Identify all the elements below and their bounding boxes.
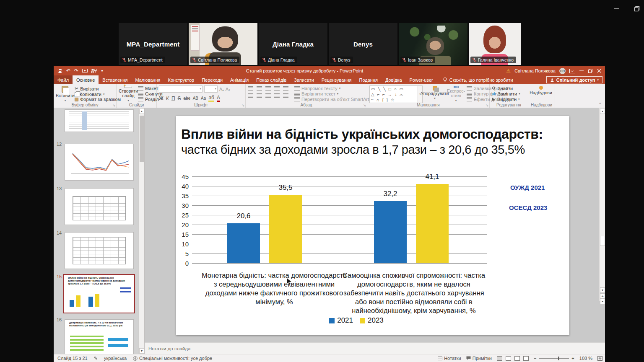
notes-panel[interactable]: Нотатки до слайда bbox=[145, 342, 605, 354]
previous-slide-icon[interactable]: ⏶ bbox=[600, 293, 605, 299]
font-size-combo[interactable] bbox=[204, 85, 218, 93]
slide-sorter-view-icon[interactable] bbox=[506, 356, 511, 361]
strikethrough-icon[interactable]: S bbox=[178, 96, 181, 101]
align-right-icon[interactable] bbox=[265, 93, 271, 98]
ribbon-tab[interactable]: Конструктор bbox=[164, 75, 198, 84]
ribbon-tab[interactable]: Довідка bbox=[382, 75, 406, 84]
participant-tile[interactable]: Галина Іванченко bbox=[469, 23, 521, 65]
slide-15-thumbnail-selected[interactable]: Вплив війни на бідність українських домо… bbox=[64, 275, 134, 313]
ribbon-tab[interactable]: Файл bbox=[54, 75, 73, 84]
signed-in-user[interactable]: Світлана Полякова bbox=[514, 68, 556, 73]
zoom-slider-thumb[interactable] bbox=[558, 357, 559, 360]
zoom-level[interactable]: 108 % bbox=[579, 356, 592, 361]
participant-tile[interactable]: MPA_DepartmentMPA_Department bbox=[119, 23, 187, 65]
italic-icon[interactable]: К bbox=[166, 96, 169, 101]
comments-toggle-button[interactable]: Примітки bbox=[466, 356, 492, 361]
scroll-up-icon[interactable]: ▲ bbox=[139, 109, 144, 114]
align-text-button[interactable]: Вирівняти текст▾ bbox=[294, 91, 369, 96]
line-spacing-icon[interactable] bbox=[283, 86, 288, 90]
slide-12-thumbnail[interactable] bbox=[65, 144, 133, 180]
redo-icon[interactable]: ↷ bbox=[74, 68, 78, 74]
language-indicator[interactable]: українська bbox=[104, 356, 127, 361]
slideshow-view-icon[interactable] bbox=[523, 356, 529, 361]
addins-button[interactable]: Надбудови bbox=[530, 85, 551, 102]
slide-16-thumbnail[interactable]: Депривації: наявність 7 з 13-ти визначен… bbox=[65, 320, 133, 354]
scroll-down-icon[interactable]: ▼ bbox=[600, 287, 605, 293]
shapes-gallery[interactable]: ▭ ╲ ╲ □ ○ ▭ △ ⌐ ⌐ → ↓ ⌓ ~ ∩ { } ☆ bbox=[369, 85, 418, 103]
accessibility-status[interactable]: Спеціальні можливості: усе добре bbox=[133, 356, 212, 361]
format-painter-button[interactable]: Формат за зразком bbox=[75, 97, 121, 102]
ribbon-tab[interactable]: Показ слайдів bbox=[252, 75, 290, 84]
customize-qat-icon[interactable]: ▾ bbox=[101, 69, 103, 73]
align-center-icon[interactable] bbox=[257, 93, 262, 98]
decrease-indent-icon[interactable] bbox=[265, 86, 271, 90]
underline-icon[interactable]: П bbox=[171, 96, 175, 101]
bullets-icon[interactable] bbox=[248, 86, 253, 90]
bold-icon[interactable]: Ж bbox=[159, 96, 164, 101]
normal-view-icon[interactable] bbox=[497, 356, 502, 361]
increase-indent-icon[interactable] bbox=[274, 86, 280, 90]
grow-font-icon[interactable]: А▴ bbox=[219, 87, 224, 92]
minimize-window-icon[interactable] bbox=[613, 5, 621, 13]
abc-strikethrough-icon[interactable]: abc bbox=[184, 96, 190, 101]
drawing-dialog-launcher[interactable]: ↘ bbox=[486, 103, 488, 107]
collapse-ribbon-icon[interactable]: ⌃ bbox=[598, 102, 602, 106]
select-button[interactable]: Виділити▾ bbox=[492, 97, 520, 102]
scroll-up-icon[interactable]: ▲ bbox=[600, 109, 605, 114]
smartart-button[interactable]: Перетворити на об'єкт SmartArt bbox=[294, 97, 369, 102]
minimize-app-icon[interactable] bbox=[579, 68, 584, 73]
scroll-down-icon[interactable]: ▼ bbox=[139, 348, 144, 354]
fit-slide-icon[interactable] bbox=[597, 356, 602, 361]
slide-14-thumbnail[interactable] bbox=[65, 233, 133, 269]
ribbon-tab[interactable]: Рецензування bbox=[318, 75, 356, 84]
restore-app-icon[interactable] bbox=[588, 68, 593, 73]
slide-scrollbar[interactable]: ▲ ▼ ⏶ ⏷ bbox=[599, 108, 605, 301]
new-slide-button[interactable]: Створити слайд▾ bbox=[119, 85, 138, 102]
save-icon[interactable] bbox=[57, 68, 62, 73]
slide-13-thumbnail[interactable] bbox=[65, 189, 133, 225]
text-highlight-icon[interactable]: аб bbox=[208, 95, 214, 102]
clipboard-dialog-launcher[interactable]: ↘ bbox=[112, 103, 115, 107]
reading-view-icon[interactable] bbox=[514, 356, 520, 361]
spellcheck-icon[interactable]: ✎ bbox=[94, 356, 98, 361]
undo-icon[interactable]: ↶ bbox=[66, 68, 70, 74]
arrange-button[interactable]: Упорядкувати▾ bbox=[423, 85, 447, 102]
restore-window-icon[interactable] bbox=[633, 5, 641, 13]
tell-me-box[interactable]: Скажіть, що потрібно зробити bbox=[443, 75, 513, 84]
ribbon-tab[interactable]: Подання bbox=[356, 75, 382, 84]
notes-toggle-button[interactable]: Нотатки bbox=[438, 356, 461, 361]
zoom-in-icon[interactable]: + bbox=[571, 356, 574, 361]
scrollbar-thumb[interactable] bbox=[600, 236, 605, 246]
ribbon-tab[interactable]: Переходи bbox=[198, 75, 226, 84]
justify-icon[interactable] bbox=[274, 93, 280, 98]
replace-button[interactable]: abЗамінити▾ bbox=[492, 91, 520, 96]
close-app-icon[interactable] bbox=[597, 68, 602, 73]
numbering-icon[interactable] bbox=[257, 86, 262, 90]
find-button[interactable]: Знайти bbox=[492, 86, 520, 91]
participant-tile[interactable]: Світлана Полякова bbox=[189, 23, 257, 65]
font-name-combo[interactable] bbox=[159, 85, 203, 93]
font-color-icon[interactable]: А bbox=[217, 95, 220, 102]
next-slide-icon[interactable]: ⏷ bbox=[600, 299, 605, 304]
current-slide[interactable]: Вплив війни на бідність українських домо… bbox=[176, 116, 569, 335]
ribbon-tab[interactable]: Power-user bbox=[406, 75, 437, 84]
character-spacing-icon[interactable]: АВ bbox=[193, 96, 198, 101]
ribbon-tab[interactable]: Вставлення bbox=[99, 75, 131, 84]
ribbon-tab[interactable]: Анімація bbox=[226, 75, 252, 84]
paste-button[interactable]: Вставити▾ bbox=[56, 85, 75, 102]
participant-tile[interactable]: Іван Заюков bbox=[399, 23, 467, 65]
ribbon-tab[interactable]: Записати bbox=[290, 75, 317, 84]
participant-tile[interactable]: Діана ГладкаДіана Гладка bbox=[259, 23, 327, 65]
copy-button[interactable]: Копіювати▾ bbox=[75, 92, 121, 97]
shrink-font-icon[interactable]: А▾ bbox=[226, 87, 230, 92]
scrollbar-thumb[interactable] bbox=[140, 116, 144, 162]
user-avatar[interactable]: СП bbox=[559, 68, 566, 74]
grid-tool-icon[interactable] bbox=[91, 69, 97, 73]
thumbnail-scrollbar[interactable]: ▲ ▼ bbox=[138, 108, 144, 354]
text-direction-button[interactable]: Напрямок тексту▾ bbox=[294, 86, 369, 91]
align-left-icon[interactable] bbox=[248, 93, 253, 98]
font-dialog-launcher[interactable]: ↘ bbox=[242, 103, 244, 107]
share-button[interactable]: Спільний доступ ▾ bbox=[546, 76, 602, 83]
cut-button[interactable]: ✂Вирізати bbox=[75, 86, 121, 91]
columns-icon[interactable] bbox=[283, 93, 288, 98]
